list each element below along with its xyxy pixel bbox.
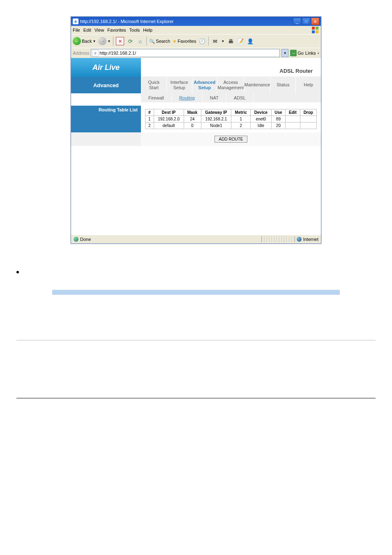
section-title: Routing Table List <box>71 106 141 132</box>
desc-row <box>52 295 340 315</box>
col-metric: Metric <box>231 109 251 116</box>
tab-maintenance[interactable]: Maintenance <box>244 77 270 93</box>
maximize-button[interactable]: □ <box>302 18 310 25</box>
divider <box>16 398 376 398</box>
minimize-button[interactable]: _ <box>293 18 301 25</box>
page-icon: e <box>92 50 99 56</box>
tab-status[interactable]: Status <box>270 77 295 93</box>
menu-favorites[interactable]: Favorites <box>107 28 126 32</box>
print-icon[interactable]: 🖶 <box>227 37 234 45</box>
routing-table: # Dest IP Mask Gateway IP Metric Device … <box>145 109 317 129</box>
table-row: 2default0Node12Idle20 <box>145 123 317 129</box>
menubar: File Edit View Favorites Tools Help <box>71 26 321 34</box>
search-icon: 🔍 <box>149 39 155 44</box>
stop-icon[interactable]: ✕ <box>116 37 124 45</box>
description-table <box>52 290 340 315</box>
go-icon: → <box>290 50 297 56</box>
done-icon <box>74 237 78 242</box>
menu-file[interactable]: File <box>73 28 80 32</box>
ie-icon: e <box>73 18 78 24</box>
back-icon: ← <box>73 37 81 45</box>
svg-rect-2 <box>312 30 315 33</box>
col-gateway: Gateway IP <box>201 109 231 116</box>
table-row: 1192.168.2.024192.168.2.11enet089 <box>145 116 317 123</box>
desc-header-desc <box>138 290 340 295</box>
go-button[interactable]: → Go <box>290 50 304 56</box>
col-destip: Dest IP <box>154 109 184 116</box>
close-button[interactable]: ✕ <box>311 18 319 25</box>
add-route-button[interactable]: ADD ROUTE <box>214 136 248 143</box>
tab-quick-start[interactable]: QuickStart <box>141 77 166 93</box>
forward-icon: → <box>98 37 106 45</box>
separator <box>113 37 113 46</box>
toolbar: ← Back ▼ → ▼ ✕ ⟳ ⌂ 🔍 Search ★ Favorites … <box>71 34 321 48</box>
internet-icon <box>297 237 302 242</box>
logo: Air Live <box>71 58 141 77</box>
edit-icon[interactable]: 📝 <box>237 37 244 45</box>
bullet-item <box>0 268 392 273</box>
favorites-button[interactable]: ★ Favorites <box>173 39 196 44</box>
col-drop: Drop <box>300 109 316 116</box>
mail-icon[interactable]: ✉ <box>211 37 219 45</box>
status-text: Done <box>80 237 91 242</box>
col-edit: Edit <box>286 109 300 116</box>
titlebar: e http://192.168.2.1/ - Microsoft Intern… <box>71 17 321 26</box>
zone-text: Internet <box>303 237 318 242</box>
tab-access-management[interactable]: AccessManagement <box>217 77 244 93</box>
tab-interface-setup[interactable]: InterfaceSetup <box>166 77 192 93</box>
subtab-routing[interactable]: Routing <box>172 93 203 102</box>
tab-help[interactable]: Help <box>295 77 321 93</box>
subtab-nat[interactable]: NAT <box>203 93 226 102</box>
statusbar: Done Internet <box>71 235 321 243</box>
status-separator <box>261 236 295 242</box>
col-use: Use <box>271 109 286 116</box>
ie-window: e http://192.168.2.1/ - Microsoft Intern… <box>71 16 321 244</box>
home-icon[interactable]: ⌂ <box>136 37 144 45</box>
col-mask: Mask <box>184 109 201 116</box>
tab-advanced-setup[interactable]: AdvancedSetup <box>192 77 217 93</box>
product-title: ADSL Router <box>141 58 321 77</box>
windows-logo-icon <box>310 26 320 34</box>
col-num: # <box>145 109 154 116</box>
separator <box>146 37 147 46</box>
back-button[interactable]: ← Back ▼ <box>73 37 96 45</box>
messenger-icon[interactable]: 👤 <box>247 37 254 45</box>
chevron-down-icon: ▼ <box>92 39 96 43</box>
desc-header-label <box>52 290 138 295</box>
separator <box>208 37 209 46</box>
menu-edit[interactable]: Edit <box>83 28 91 32</box>
menu-help[interactable]: Help <box>143 28 152 32</box>
menu-tools[interactable]: Tools <box>129 28 140 32</box>
search-button[interactable]: 🔍 Search <box>149 39 170 44</box>
col-device: Device <box>251 109 271 116</box>
window-title: http://192.168.2.1/ - Microsoft Internet… <box>80 19 173 24</box>
links-label[interactable]: Links <box>305 51 316 56</box>
forward-button[interactable]: → ▼ <box>98 37 111 45</box>
svg-rect-0 <box>312 27 315 30</box>
svg-rect-1 <box>316 27 318 30</box>
bullet-icon <box>16 271 19 273</box>
divider <box>16 340 376 340</box>
menu-view[interactable]: View <box>95 28 104 32</box>
address-input[interactable]: e http://192.168.2.1/ <box>91 49 280 57</box>
page-content: Air Live ADSL Router Advanced QuickStart… <box>71 58 321 235</box>
links-chevron-icon: » <box>318 51 319 55</box>
address-url: http://192.168.2.1/ <box>99 51 279 56</box>
chevron-down-icon: ▼ <box>107 39 111 43</box>
address-label: Address <box>73 51 89 56</box>
left-nav-title: Advanced <box>71 77 141 93</box>
addressbar: Address e http://192.168.2.1/ ▼ → Go Lin… <box>71 48 321 58</box>
svg-rect-3 <box>316 30 318 33</box>
chevron-down-icon: ▼ <box>221 39 224 43</box>
subtab-firewall[interactable]: Firewall <box>141 93 172 102</box>
address-dropdown[interactable]: ▼ <box>281 49 288 57</box>
subtab-adsl[interactable]: ADSL <box>226 93 254 102</box>
star-icon: ★ <box>173 39 177 44</box>
history-icon[interactable]: 🕘 <box>198 37 206 45</box>
refresh-icon[interactable]: ⟳ <box>127 37 134 45</box>
